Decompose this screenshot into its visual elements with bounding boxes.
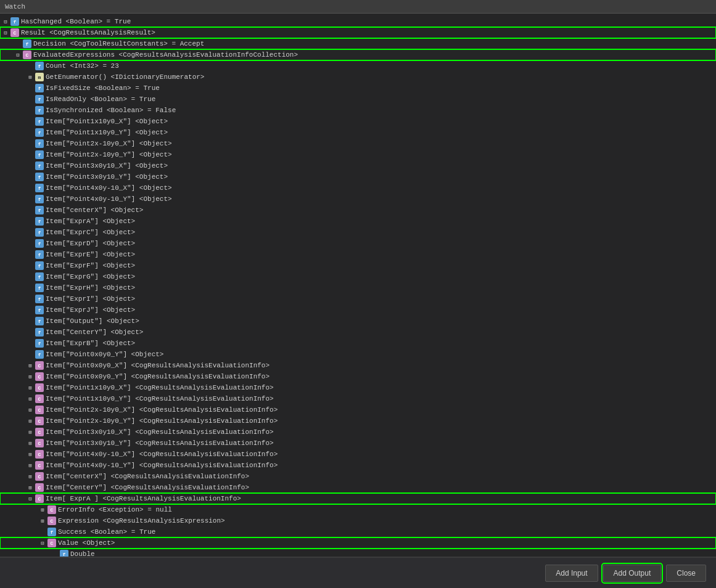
tree-node-label: Item["Point0x0y0_Y"] <CogResultsAnalysis… [46, 373, 270, 380]
tree-expander[interactable]: ⊞ [26, 428, 35, 436]
tree-item[interactable]: fItem["Point1x10y0_X"] <Object> [0, 116, 716, 127]
tree-item[interactable]: ⊟CValue <Object> [0, 537, 716, 549]
tree-node-label: Value <Object> [58, 539, 115, 547]
tree-expander[interactable]: ⊟ [14, 51, 22, 59]
tree-node-label: IsReadOnly <Boolean> = True [46, 96, 155, 103]
tree-node-label: Item["Point0x0y0_X"] <CogResultsAnalysis… [46, 362, 270, 369]
tree-expander[interactable]: ⊞ [26, 394, 35, 403]
tree-item[interactable]: fDecision <CogToolResultConstants> = Acc… [0, 38, 716, 49]
tree-item[interactable]: ⊞CItem["centerX"] <CogResultsAnalysisEva… [0, 471, 716, 482]
tree-item[interactable]: fItem["ExprI"] <Object> [0, 293, 716, 304]
tree-expander[interactable]: ⊞ [26, 73, 35, 81]
tree-node-label: Item["ExprG"] <Object> [46, 273, 135, 280]
tree-expander[interactable]: ⊞ [26, 439, 35, 447]
add-input-button[interactable]: Add Input [545, 565, 598, 582]
tree-item[interactable]: ⊞mGetEnumerator() <IDictionaryEnumerator… [0, 71, 716, 83]
tree-item[interactable]: ⊟CEvaluatedExpressions <CogResultsAnalys… [0, 49, 716, 60]
tree-item[interactable]: fItem["Output"] <Object> [0, 316, 716, 327]
node-icon: C [35, 460, 44, 470]
tree-node-label: Double [70, 550, 95, 557]
node-icon: f [35, 250, 44, 259]
tree-item[interactable]: ⊟CItem[ ExprA ] <CogResultsAnalysisEvalu… [0, 493, 716, 504]
tree-item[interactable]: fSuccess <Boolean> = True [0, 526, 716, 537]
tree-item[interactable]: fItem["Point4x0y-10_Y"] <Object> [0, 194, 716, 205]
tree-item[interactable]: ⊞CItem["Point3x0y10_X"] <CogResultsAnaly… [0, 427, 716, 438]
node-icon: f [35, 128, 44, 137]
tree-item[interactable]: fItem["ExprE"] <Object> [0, 249, 716, 260]
tree-item[interactable]: fItem["Point2x-10y0_X"] <Object> [0, 138, 716, 149]
node-icon: C [10, 28, 20, 38]
tree-item[interactable]: fItem["Point3x0y10_X"] <Object> [0, 160, 716, 171]
tree-item[interactable]: ⊞CErrorInfo <Exception> = null [0, 504, 716, 515]
tree-item[interactable]: fItem["ExprA"] <Object> [0, 216, 716, 227]
node-icon: f [22, 39, 32, 49]
tree-item[interactable]: ⊞CItem["Point0x0y0_X"] <CogResultsAnalys… [0, 360, 716, 371]
node-icon: f [35, 61, 44, 71]
tree-item[interactable]: fItem["Point3x0y10_Y"] <Object> [0, 171, 716, 182]
tree-item[interactable]: ⊞CItem["Point1x10y0_X"] <CogResultsAnaly… [0, 382, 716, 393]
tree-node-label: Item["ExprB"] <Object> [46, 340, 135, 347]
tree-expander [26, 239, 35, 248]
tree-expander [26, 95, 35, 104]
tree-expander[interactable]: ⊞ [26, 472, 35, 481]
tree-expander[interactable]: ⊞ [26, 372, 35, 381]
tree-expander[interactable]: ⊞ [26, 406, 35, 414]
tree-item[interactable]: fItem["ExprH"] <Object> [0, 282, 716, 293]
tree-item[interactable]: fItem["ExprD"] <Object> [0, 238, 716, 249]
tree-item[interactable]: fItem["Point1x10y0_Y"] <Object> [0, 127, 716, 138]
tree-item[interactable]: fItem["centerX"] <Object> [0, 205, 716, 216]
tree-expander[interactable]: ⊞ [38, 517, 47, 525]
tree-item[interactable]: fItem["ExprJ"] <Object> [0, 304, 716, 316]
tree-item[interactable]: fItem["ExprC"] <Object> [0, 227, 716, 238]
tree-node-label: Item["Output"] <Object> [46, 317, 139, 325]
tree-item[interactable]: fItem["CenterY"] <Object> [0, 327, 716, 338]
tree-expander[interactable]: ⊞ [26, 361, 35, 370]
tree-item[interactable]: ⊞CItem["Point2x-10y0_Y"] <CogResultsAnal… [0, 415, 716, 427]
tree-item[interactable]: fIsSynchronized <Boolean> = False [0, 105, 716, 116]
tree-panel[interactable]: ⊟fHasChanged <Boolean> = True⊟CResult <C… [0, 14, 716, 557]
tree-item[interactable]: fItem["ExprF"] <Object> [0, 260, 716, 271]
tree-item[interactable]: ⊞CExpression <CogResultsAnalysisExpressi… [0, 515, 716, 526]
tree-node-label: Item["ExprJ"] <Object> [46, 306, 135, 314]
tree-item[interactable]: ⊟CResult <CogResultsAnalysisResult> [0, 27, 716, 38]
tree-expander[interactable]: ⊞ [26, 461, 35, 470]
node-icon: C [35, 405, 44, 415]
tree-item[interactable]: fItem["ExprB"] <Object> [0, 338, 716, 349]
tree-expander[interactable]: ⊟ [1, 17, 10, 26]
tree-item[interactable]: ⊞CItem["CenterY"] <CogResultsAnalysisEva… [0, 482, 716, 493]
tree-expander[interactable]: ⊞ [26, 417, 35, 425]
tree-expander[interactable]: ⊟ [1, 28, 10, 37]
tree-expander[interactable]: ⊟ [26, 494, 35, 503]
tree-node-label: EvaluatedExpressions <CogResultsAnalysis… [33, 51, 298, 59]
tree-item[interactable]: ⊞CItem["Point3x0y10_Y"] <CogResultsAnaly… [0, 438, 716, 449]
node-icon: m [35, 72, 44, 82]
tree-item[interactable]: ⊞CItem["Point4x0y-10_X"] <CogResultsAnal… [0, 449, 716, 460]
tree-item[interactable]: fItem["ExprG"] <Object> [0, 271, 716, 282]
tree-item[interactable]: fItem["Point0x0y0_Y"] <Object> [0, 349, 716, 360]
tree-expander[interactable]: ⊟ [38, 539, 47, 547]
tree-item[interactable]: fItem["Point2x-10y0_Y"] <Object> [0, 149, 716, 160]
tree-item[interactable]: ⊟fHasChanged <Boolean> = True [0, 16, 716, 27]
tree-expander[interactable]: ⊞ [26, 483, 35, 492]
tree-item[interactable]: fIsReadOnly <Boolean> = True [0, 94, 716, 105]
tree-node-label: Item["Point2x-10y0_Y"] <Object> [46, 151, 172, 158]
tree-item[interactable]: fItem["Point4x0y-10_X"] <Object> [0, 182, 716, 194]
tree-item[interactable]: fDouble [0, 549, 716, 557]
tree-item[interactable]: fIsFixedSize <Boolean> = True [0, 83, 716, 94]
node-icon: f [59, 549, 69, 557]
tree-item[interactable]: fCount <Int32> = 23 [0, 60, 716, 71]
node-icon: f [35, 305, 44, 315]
tree-expander [26, 261, 35, 270]
tree-item[interactable]: ⊞CItem["Point0x0y0_Y"] <CogResultsAnalys… [0, 371, 716, 382]
tree-node-label: HasChanged <Boolean> = True [21, 18, 131, 25]
tree-item[interactable]: ⊞CItem["Point2x-10y0_X"] <CogResultsAnal… [0, 404, 716, 415]
tree-expander [26, 128, 35, 137]
node-icon: C [35, 416, 44, 426]
close-button[interactable]: Close [666, 565, 706, 582]
tree-item[interactable]: ⊞CItem["Point4x0y-10_Y"] <CogResultsAnal… [0, 460, 716, 471]
tree-expander[interactable]: ⊞ [26, 450, 35, 459]
tree-expander[interactable]: ⊞ [38, 505, 47, 514]
add-output-button[interactable]: Add Output [603, 565, 662, 582]
tree-expander[interactable]: ⊞ [26, 383, 35, 392]
tree-item[interactable]: ⊞CItem["Point1x10y0_Y"] <CogResultsAnaly… [0, 393, 716, 404]
